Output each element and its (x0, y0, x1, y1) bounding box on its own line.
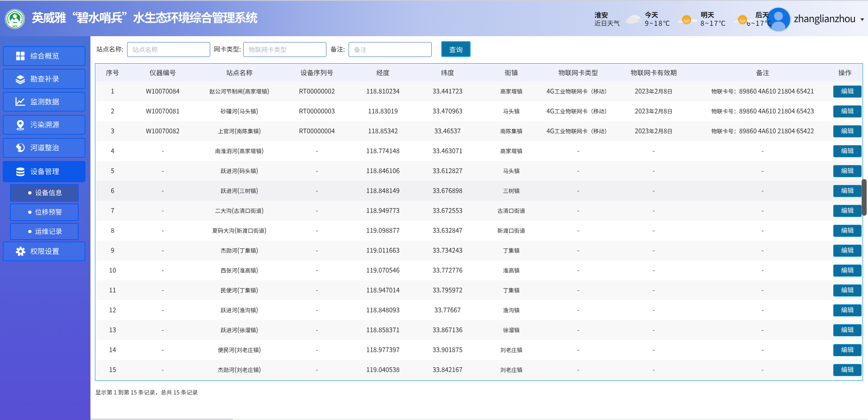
svg-text:MEE: MEE (13, 25, 18, 28)
